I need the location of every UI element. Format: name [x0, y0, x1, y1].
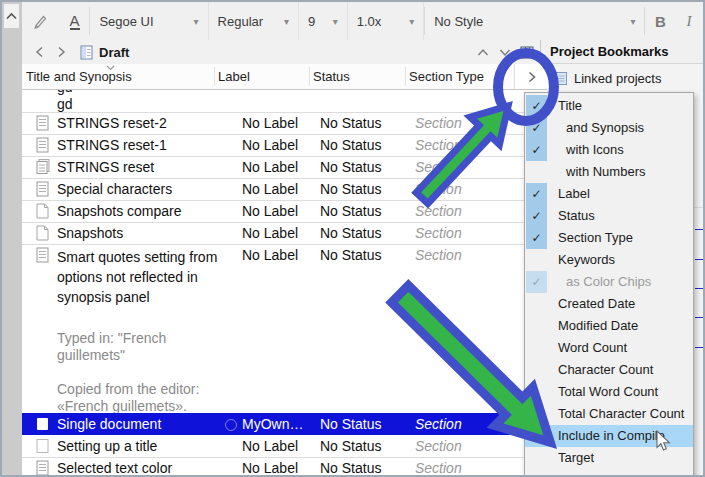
menu-item-target-type[interactable]: Target Type	[525, 469, 693, 477]
row-section-type: Section	[415, 178, 462, 200]
column-divider[interactable]	[309, 67, 310, 86]
forward-button[interactable]	[50, 46, 72, 58]
menu-item-section-type[interactable]: ✓Section Type	[525, 227, 693, 249]
row-title: STRINGS reset-2	[57, 112, 167, 134]
table-row[interactable]: Selected text color No Label No Status S…	[22, 457, 547, 477]
menu-item-keywords[interactable]: Keywords	[525, 249, 693, 271]
column-header-label[interactable]: Label	[218, 64, 250, 89]
font-family-select[interactable]: Segoe UI ▾	[90, 2, 208, 40]
row-label: No Label	[242, 178, 308, 200]
table-row[interactable]: STRINGS reset-2 No Label No Status Secti…	[22, 112, 547, 135]
column-divider[interactable]	[214, 67, 215, 86]
bookmarks-list-clipped	[694, 92, 705, 475]
row-label: No Label	[242, 244, 308, 266]
snapshot-document-icon	[36, 225, 50, 241]
row-section-type: Section	[415, 413, 462, 435]
menu-item-and-synopsis[interactable]: ✓and Synopsis	[525, 117, 693, 139]
menu-item-total-word-count[interactable]: Total Word Count	[525, 381, 693, 403]
left-scroll-strip[interactable]	[2, 2, 23, 475]
check-icon	[526, 381, 547, 403]
menu-item-character-count[interactable]: Character Count	[525, 359, 693, 381]
column-header-title[interactable]: Title and Synopsis	[26, 64, 132, 89]
row-title: Special characters	[57, 178, 172, 200]
check-icon: ✓	[526, 95, 547, 117]
table-row[interactable]: gd gd	[22, 90, 547, 113]
row-label: No Label	[242, 222, 308, 244]
previous-document-button[interactable]	[472, 48, 494, 57]
row-title: Selected text color	[57, 457, 172, 477]
back-button[interactable]	[28, 46, 50, 58]
row-label: No Label	[242, 435, 308, 457]
next-document-button[interactable]	[494, 48, 516, 57]
bookmark-item-linked-projects[interactable]: Linked projects	[540, 64, 703, 92]
check-icon: ✓	[526, 271, 547, 293]
row-section-type: Section	[415, 222, 462, 244]
pen-icon	[32, 13, 49, 30]
menu-item-label[interactable]: ✓Label	[525, 183, 693, 205]
row-label: No Label	[242, 134, 308, 156]
chevron-up-icon	[477, 48, 489, 57]
menu-item-title[interactable]: ✓Title	[525, 95, 693, 117]
menu-item-created-date[interactable]: Created Date	[525, 293, 693, 315]
highlight-pen-button[interactable]	[22, 2, 60, 40]
font-style-select[interactable]: Regular ▾	[209, 2, 299, 40]
table-row[interactable]: STRINGS reset No Label No Status Section	[22, 156, 547, 179]
check-icon	[526, 447, 547, 469]
paragraph-style-value: No Style	[434, 14, 483, 29]
table-row[interactable]: Snapshots No Label No Status Section	[22, 222, 547, 245]
check-icon	[526, 359, 547, 381]
row-title: STRINGS reset-1	[57, 134, 167, 156]
table-row-selected[interactable]: Single document MyOwnLa… No Status Secti…	[22, 413, 547, 435]
row-title: Smart quotes setting from options not re…	[57, 247, 223, 307]
menu-item-with-numbers[interactable]: with Numbers	[525, 161, 693, 183]
column-header-section-type[interactable]: Section Type	[409, 64, 484, 89]
menu-item-target[interactable]: Target	[525, 447, 693, 469]
scroll-up-button[interactable]	[4, 4, 19, 28]
chevron-down-icon: ▾	[630, 16, 635, 27]
app-window: A Segoe UI ▾ Regular ▾ 9 ▾ 1.0x ▾ No Sty…	[0, 0, 705, 477]
paragraph-style-select[interactable]: No Style ▾	[425, 2, 644, 40]
clipped-link-fragment	[695, 279, 704, 289]
bold-button[interactable]: B	[645, 2, 675, 40]
italic-button[interactable]: I	[675, 2, 703, 40]
row-status: No Status	[320, 435, 381, 457]
row-label: No Label	[242, 457, 308, 477]
table-row[interactable]: Special characters No Label No Status Se…	[22, 178, 547, 201]
outliner-view-button[interactable]	[516, 46, 538, 59]
menu-item-total-character-count[interactable]: Total Character Count	[525, 403, 693, 425]
table-row[interactable]: Smart quotes setting from options not re…	[22, 244, 547, 414]
row-section-type: Section	[415, 435, 462, 457]
font-size-select[interactable]: 9 ▾	[299, 2, 348, 40]
row-status: No Status	[320, 200, 381, 222]
menu-item-word-count[interactable]: Word Count	[525, 337, 693, 359]
show-columns-button[interactable]	[514, 64, 548, 89]
document-stack-icon	[36, 159, 50, 175]
row-synopsis: gd	[57, 97, 73, 111]
text-color-button[interactable]: A	[60, 2, 90, 40]
row-section-type: Section	[415, 200, 462, 222]
column-divider[interactable]	[405, 67, 406, 86]
text-document-icon	[36, 247, 50, 263]
menu-item-with-icons[interactable]: ✓with Icons	[525, 139, 693, 161]
table-row[interactable]: STRINGS reset-1 No Label No Status Secti…	[22, 134, 547, 157]
row-section-type: Section	[415, 457, 462, 477]
table-row[interactable]: Snapshots compare No Label No Status Sec…	[22, 200, 547, 223]
chevron-right-icon	[528, 71, 536, 83]
column-header-status[interactable]: Status	[313, 64, 350, 89]
chevron-down-icon	[499, 48, 511, 57]
menu-item-include-in-compile[interactable]: Include in Compile	[525, 425, 693, 447]
row-status: No Status	[320, 222, 381, 244]
row-status: No Status	[320, 457, 381, 477]
clipped-link-fragment	[695, 250, 704, 260]
menu-item-as-color-chips: ✓as Color Chips	[525, 271, 693, 293]
check-icon: ✓	[526, 139, 547, 161]
check-icon	[526, 293, 547, 315]
bookmarks-panel-title: Project Bookmarks	[550, 44, 669, 59]
menu-item-modified-date[interactable]: Modified Date	[525, 315, 693, 337]
table-row[interactable]: Setting up a title No Label No Status Se…	[22, 435, 547, 458]
row-title: STRINGS reset	[57, 156, 154, 178]
row-synopsis: Typed in: "French guillemets" Copied fro…	[57, 330, 223, 415]
menu-item-status[interactable]: ✓Status	[525, 205, 693, 227]
row-section-type: Section	[415, 244, 462, 266]
line-spacing-select[interactable]: 1.0x ▾	[348, 2, 425, 40]
